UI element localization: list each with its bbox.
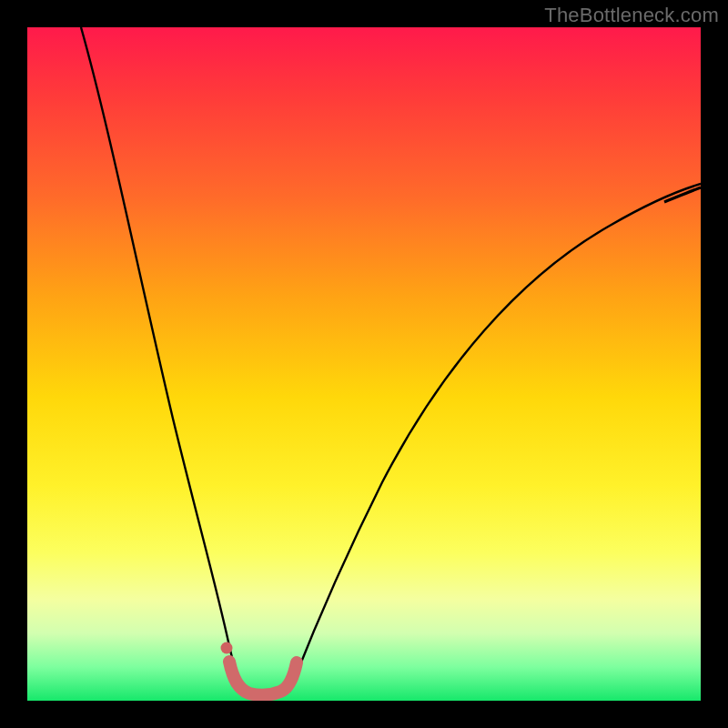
valley-marker: [229, 662, 297, 695]
watermark-text: TheBottleneck.com: [544, 4, 719, 27]
left-branch-curve: [81, 27, 242, 692]
valley-dot: [221, 642, 233, 654]
chart-frame: TheBottleneck.com: [0, 0, 728, 728]
curve-layer: [27, 27, 701, 701]
right-branch-curve: [289, 184, 701, 692]
plot-area: [27, 27, 701, 701]
